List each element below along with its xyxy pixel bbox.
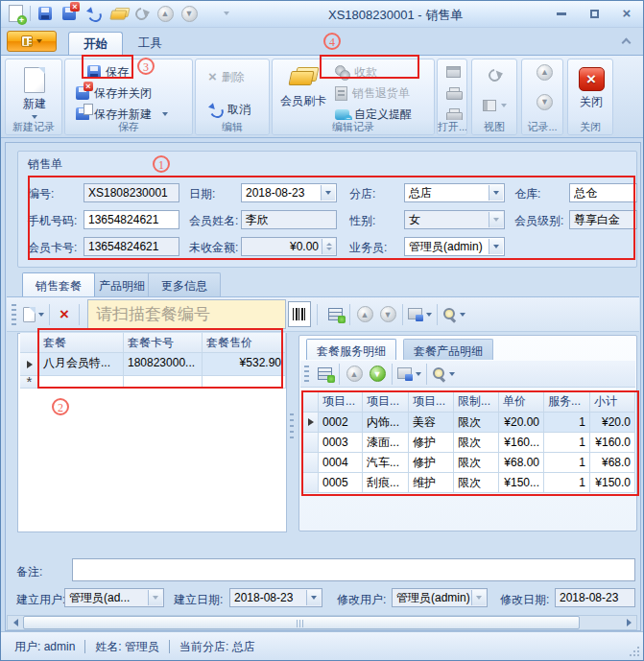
new-record-icon[interactable] xyxy=(6,4,25,23)
save-button[interactable]: 保存 xyxy=(84,62,131,82)
modify-user-combo[interactable]: 管理员(admin) xyxy=(392,588,488,607)
column-header[interactable]: 项目... xyxy=(409,391,454,413)
new-dropdown-icon[interactable] xyxy=(32,115,37,119)
tab-package-product-detail[interactable]: 套餐产品明细 xyxy=(403,339,493,360)
ribbon-tab-start[interactable]: 开始 xyxy=(68,32,123,55)
move-up-button[interactable]: ▲ xyxy=(343,362,366,387)
horizontal-scrollbar[interactable] xyxy=(7,615,637,630)
order-no-field[interactable]: XS1808230001 xyxy=(83,183,179,202)
create-user-combo[interactable]: 管理员(ad... xyxy=(64,588,164,607)
print-dropdown-icon[interactable] xyxy=(416,372,421,376)
column-header[interactable]: 限制... xyxy=(454,391,499,413)
new-row-button[interactable] xyxy=(21,302,46,327)
card-no-field[interactable]: 13654824621 xyxy=(83,237,179,256)
unpaid-spinner[interactable] xyxy=(322,239,335,254)
branch-combo[interactable]: 总店 xyxy=(404,183,505,202)
prev-record-icon[interactable]: ▲ xyxy=(155,4,175,23)
salesman-combo[interactable]: 管理员(admin) xyxy=(404,237,505,256)
column-header[interactable]: 套餐 xyxy=(39,333,124,353)
scan-package-input[interactable] xyxy=(87,299,286,329)
column-header[interactable]: 项目... xyxy=(363,391,409,413)
member-swipe-button[interactable]: 会员刷卡 xyxy=(276,62,330,120)
sales-return-button[interactable]: 销售退货单 xyxy=(332,83,413,103)
cell[interactable]: ¥68.0 xyxy=(590,453,635,473)
phone-field[interactable] xyxy=(83,210,179,229)
move-down-button[interactable]: ▼ xyxy=(376,302,399,327)
package-cell[interactable]: 八月会员特... xyxy=(39,353,124,376)
print-export-button[interactable] xyxy=(395,362,423,387)
cell[interactable]: 美容 xyxy=(409,413,454,433)
next-record-button[interactable]: ▼ xyxy=(534,92,556,111)
collapse-ribbon-icon[interactable] xyxy=(622,38,632,48)
modify-date-field[interactable]: 2018-08-23 xyxy=(555,588,635,607)
toolbar-grip[interactable] xyxy=(12,304,16,325)
scroll-left-button[interactable] xyxy=(8,616,23,629)
cell[interactable]: ¥160... xyxy=(499,433,544,453)
cell[interactable]: 漆面... xyxy=(363,433,409,453)
minimize-button[interactable] xyxy=(553,6,570,21)
gender-combo[interactable]: 女 xyxy=(404,210,505,229)
cell[interactable]: 0003 xyxy=(319,433,363,453)
save-icon[interactable] xyxy=(36,4,55,23)
empty-cell[interactable] xyxy=(124,376,203,389)
member-level-field[interactable]: 尊享白金 xyxy=(569,210,637,229)
cell[interactable]: ¥150... xyxy=(499,473,544,493)
cell[interactable]: 0004 xyxy=(319,453,363,473)
barcode-button[interactable] xyxy=(288,301,311,327)
tab-more-info[interactable]: 更多信息 xyxy=(148,272,221,296)
tab-package-service-detail[interactable]: 套餐服务明细 xyxy=(306,339,396,360)
package-price-cell[interactable]: ¥532.90 xyxy=(203,353,286,376)
cell[interactable]: 1 xyxy=(544,473,590,493)
move-down-button[interactable]: ▼ xyxy=(366,362,389,387)
print-dropdown-icon[interactable] xyxy=(426,313,432,317)
search-button[interactable] xyxy=(430,362,457,387)
warehouse-field[interactable] xyxy=(569,183,637,202)
cell[interactable]: ¥150.0 xyxy=(590,473,635,493)
column-header[interactable]: 套餐卡号 xyxy=(124,333,203,353)
column-header[interactable]: 套餐售价 xyxy=(203,333,286,353)
cell[interactable]: 维护 xyxy=(409,473,454,493)
scrollbar-thumb[interactable] xyxy=(23,616,580,629)
print-preview-button[interactable] xyxy=(443,83,464,103)
package-card-cell[interactable]: 180823000... xyxy=(124,353,203,376)
search-dropdown-icon[interactable] xyxy=(449,372,455,376)
cancel-button[interactable]: 取消 xyxy=(205,100,253,119)
column-header[interactable]: 项目... xyxy=(319,391,363,413)
cell[interactable]: 刮痕... xyxy=(363,473,409,493)
cell[interactable]: ¥160.0 xyxy=(590,433,635,453)
open-folder-icon[interactable] xyxy=(107,4,127,23)
move-up-button[interactable]: ▲ xyxy=(353,302,376,327)
application-menu-button[interactable] xyxy=(7,31,57,52)
refresh-view-button[interactable] xyxy=(486,65,504,84)
search-dropdown-icon[interactable] xyxy=(460,313,465,317)
cell[interactable]: 0005 xyxy=(319,473,363,493)
cell[interactable]: ¥68.00 xyxy=(499,453,544,473)
unpaid-field[interactable]: ¥0.00 xyxy=(241,237,337,256)
panel-splitter[interactable] xyxy=(290,413,294,438)
new-button[interactable]: 新建 xyxy=(9,62,60,120)
refresh-icon[interactable] xyxy=(131,4,151,23)
cell[interactable]: ¥20.00 xyxy=(499,413,544,433)
cell[interactable]: 修护 xyxy=(409,453,454,473)
resize-grip-icon[interactable] xyxy=(629,646,640,657)
remark-input[interactable] xyxy=(72,558,635,581)
empty-cell[interactable] xyxy=(39,376,124,389)
new-row-dropdown-icon[interactable] xyxy=(38,313,44,317)
open-report-button[interactable] xyxy=(443,62,464,82)
create-date-dropdown-icon[interactable] xyxy=(306,590,321,605)
cell[interactable]: 1 xyxy=(544,433,590,453)
search-button[interactable] xyxy=(441,302,467,327)
create-date-combo[interactable]: 2018-08-23 xyxy=(229,588,322,607)
next-record-icon[interactable]: ▼ xyxy=(179,4,199,23)
cell[interactable]: 1 xyxy=(544,453,590,473)
save-and-close-button[interactable]: 保存并关闭 xyxy=(73,83,155,103)
layout-dropdown-icon[interactable] xyxy=(501,104,507,107)
salesman-dropdown-icon[interactable] xyxy=(489,239,503,254)
column-header[interactable]: 小计 xyxy=(590,391,635,413)
cell[interactable]: 1 xyxy=(544,413,590,433)
previous-record-button[interactable]: ▲ xyxy=(534,62,556,82)
cell[interactable]: 限次 xyxy=(454,413,499,433)
empty-cell[interactable] xyxy=(203,376,286,389)
cell[interactable]: 汽车... xyxy=(363,453,409,473)
cell[interactable]: 内饰... xyxy=(363,413,409,433)
